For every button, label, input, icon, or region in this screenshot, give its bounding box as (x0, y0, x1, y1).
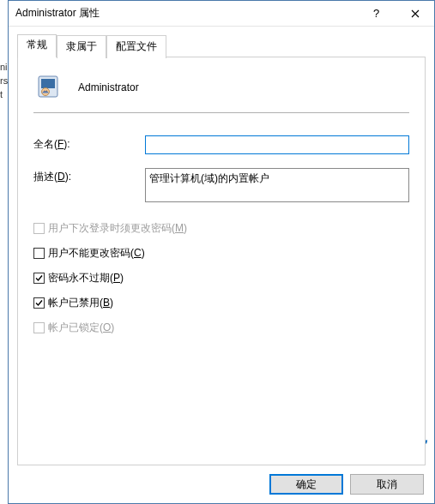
description-row: 描述(D): 管理计算机(域)的内置帐户 (33, 168, 409, 202)
svg-point-3 (44, 90, 45, 91)
help-button[interactable]: ? (357, 1, 396, 26)
account-disabled-label: 帐户已禁用(B) (48, 296, 113, 310)
never-expire-label: 密码永不过期(P) (48, 271, 124, 285)
close-icon (411, 9, 420, 18)
tab-general[interactable]: 常规 (17, 34, 57, 57)
account-locked-label: 帐户已锁定(O) (48, 321, 114, 335)
tab-profile[interactable]: 配置文件 (106, 35, 166, 58)
cannot-change-row: 用户不能更改密码(C) (33, 246, 409, 261)
background-fragment: ni rs t (0, 0, 8, 504)
ok-button[interactable]: 确定 (269, 474, 343, 495)
window-title: Administrator 属性 (9, 6, 357, 21)
svg-point-4 (46, 90, 47, 91)
must-change-checkbox (33, 223, 45, 234)
never-expire-row: 密码永不过期(P) (33, 271, 409, 285)
never-expire-checkbox[interactable] (33, 273, 45, 284)
user-display-name: Administrator (78, 81, 139, 93)
account-disabled-checkbox[interactable] (33, 297, 45, 309)
tab-member-of[interactable]: 隶属于 (57, 35, 106, 58)
cannot-change-checkbox[interactable] (33, 248, 45, 259)
close-button[interactable] (396, 1, 434, 26)
user-header: Administrator (33, 73, 409, 102)
separator (33, 112, 409, 113)
titlebar: Administrator 属性 ? (9, 1, 434, 27)
checkbox-group: 用户下次登录时须更改密码(M) 用户不能更改密码(C) (33, 221, 409, 335)
fullname-row: 全名(F): (33, 135, 409, 154)
tab-panel-general: Administrator 全名(F): 描述(D): 管理计算机(域)的内置帐… (17, 57, 426, 465)
fullname-label: 全名(F): (33, 135, 145, 152)
fullname-input[interactable] (145, 135, 409, 154)
cannot-change-label: 用户不能更改密码(C) (48, 246, 145, 261)
must-change-row: 用户下次登录时须更改密码(M) (33, 221, 409, 236)
dialog-buttons: 确定 取消 (17, 465, 426, 495)
account-locked-row: 帐户已锁定(O) (33, 321, 409, 335)
svg-rect-1 (41, 79, 55, 88)
must-change-label: 用户下次登录时须更改密码(M) (48, 221, 187, 236)
properties-dialog: Administrator 属性 ? 常规 隶属于 配置文件 (8, 0, 435, 504)
tab-strip: 常规 隶属于 配置文件 (17, 33, 426, 57)
account-locked-checkbox (33, 322, 45, 333)
description-input[interactable]: 管理计算机(域)的内置帐户 (145, 168, 409, 202)
client-area: 常规 隶属于 配置文件 Administrator (9, 27, 434, 503)
account-disabled-row: 帐户已禁用(B) (33, 296, 409, 310)
user-icon (33, 73, 63, 102)
cancel-button[interactable]: 取消 (350, 474, 424, 495)
description-label: 描述(D): (33, 168, 145, 184)
